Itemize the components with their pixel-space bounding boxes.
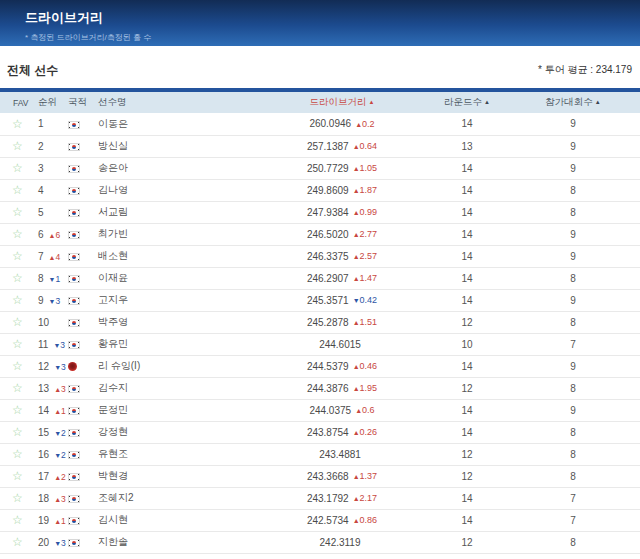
rank-value: 8 bbox=[38, 273, 44, 284]
flag-icon-korea bbox=[68, 319, 80, 327]
table-row: ☆ 6▲6 최가빈 246.5020▲2.77 14 9 bbox=[0, 223, 640, 245]
rounds-value: 14 bbox=[428, 245, 506, 267]
distance-value: 243.4881 bbox=[319, 449, 361, 460]
table-row: ☆ 18▲3 조혜지2 243.1792▲2.17 14 7 bbox=[0, 487, 640, 509]
distance-change: ▲0.64 bbox=[353, 141, 377, 151]
player-name-link[interactable]: 배소현 bbox=[90, 245, 256, 267]
events-value: 8 bbox=[506, 267, 640, 289]
favorite-star-icon[interactable]: ☆ bbox=[12, 117, 23, 131]
player-name-link[interactable]: 김수지 bbox=[90, 377, 256, 399]
flag-icon-korea bbox=[68, 429, 80, 437]
favorite-star-icon[interactable]: ☆ bbox=[12, 293, 23, 307]
table-row: ☆ 7▲4 배소현 246.3375▲2.57 14 9 bbox=[0, 245, 640, 267]
rounds-value: 14 bbox=[428, 421, 506, 443]
player-name-link[interactable]: 강정현 bbox=[90, 421, 256, 443]
rank-change: ▼3 bbox=[54, 362, 66, 372]
player-name-link[interactable]: 유현조 bbox=[90, 443, 256, 465]
sort-arrow-icon: ▲ bbox=[595, 99, 601, 105]
tour-average-label: * 투어 평균 : 234.179 bbox=[538, 63, 632, 77]
favorite-star-icon[interactable]: ☆ bbox=[12, 469, 23, 483]
distance-change: ▲0.2 bbox=[355, 119, 374, 129]
flag-icon-korea bbox=[68, 495, 80, 503]
table-row: ☆ 13▲3 김수지 244.3876▲1.95 12 8 bbox=[0, 377, 640, 399]
favorite-star-icon[interactable]: ☆ bbox=[12, 183, 23, 197]
player-name-link[interactable]: 지한솔 bbox=[90, 531, 256, 553]
column-header-rank: 순위 bbox=[32, 92, 68, 113]
player-name-link[interactable]: 방신실 bbox=[90, 135, 256, 157]
sort-arrow-icon: ▲ bbox=[369, 99, 375, 105]
favorite-star-icon[interactable]: ☆ bbox=[12, 249, 23, 263]
events-value: 8 bbox=[506, 443, 640, 465]
favorite-star-icon[interactable]: ☆ bbox=[12, 535, 23, 549]
distance-value: 250.7729 bbox=[307, 163, 349, 174]
favorite-star-icon[interactable]: ☆ bbox=[12, 403, 23, 417]
table-row: ☆ 15▼2 강정현 243.8754▲0.26 14 8 bbox=[0, 421, 640, 443]
flag-icon-korea bbox=[68, 341, 80, 349]
rank-change: ▼2 bbox=[54, 450, 66, 460]
rounds-value: 14 bbox=[428, 179, 506, 201]
rank-value: 1 bbox=[38, 118, 44, 129]
player-name-link[interactable]: 김나영 bbox=[90, 179, 256, 201]
events-value: 7 bbox=[506, 333, 640, 355]
player-name-link[interactable]: 문정민 bbox=[90, 399, 256, 421]
player-name-link[interactable]: 이재윤 bbox=[90, 267, 256, 289]
favorite-star-icon[interactable]: ☆ bbox=[12, 337, 23, 351]
rank-value: 18 bbox=[38, 493, 49, 504]
player-name-link[interactable]: 리 슈잉(I) bbox=[90, 355, 256, 377]
favorite-star-icon[interactable]: ☆ bbox=[12, 513, 23, 527]
flag-icon-korea bbox=[68, 253, 80, 261]
favorite-star-icon[interactable]: ☆ bbox=[12, 425, 23, 439]
favorite-star-icon[interactable]: ☆ bbox=[12, 161, 23, 175]
favorite-star-icon[interactable]: ☆ bbox=[12, 139, 23, 153]
rank-change: ▼2 bbox=[54, 428, 66, 438]
events-value: 8 bbox=[506, 179, 640, 201]
player-name-link[interactable]: 최가빈 bbox=[90, 223, 256, 245]
column-header-events-sort[interactable]: 참가대회수▲ bbox=[506, 92, 640, 113]
rounds-value: 14 bbox=[428, 201, 506, 223]
rank-value: 5 bbox=[38, 207, 44, 218]
player-name-link[interactable]: 김시현 bbox=[90, 509, 256, 531]
favorite-star-icon[interactable]: ☆ bbox=[12, 315, 23, 329]
player-name-link[interactable]: 황유민 bbox=[90, 333, 256, 355]
player-name-link[interactable]: 박현경 bbox=[90, 465, 256, 487]
distance-value: 245.3571 bbox=[307, 295, 349, 306]
player-name-link[interactable]: 조혜지2 bbox=[90, 487, 256, 509]
favorite-star-icon[interactable]: ☆ bbox=[12, 381, 23, 395]
section-bar: 전체 선수 * 투어 평균 : 234.179 bbox=[0, 46, 640, 88]
rank-value: 16 bbox=[38, 449, 49, 460]
favorite-star-icon[interactable]: ☆ bbox=[12, 447, 23, 461]
page-title: 드라이브거리 bbox=[25, 9, 640, 27]
player-name-link[interactable]: 고지우 bbox=[90, 289, 256, 311]
distance-value: 242.3119 bbox=[320, 537, 361, 548]
distance-value: 244.0375 bbox=[309, 405, 351, 416]
player-name-link[interactable]: 이동은 bbox=[90, 113, 256, 135]
player-name-link[interactable]: 박주영 bbox=[90, 311, 256, 333]
flag-icon-korea bbox=[68, 275, 80, 283]
events-value: 9 bbox=[506, 289, 640, 311]
events-value: 9 bbox=[506, 355, 640, 377]
rounds-value: 13 bbox=[428, 135, 506, 157]
events-value: 8 bbox=[506, 311, 640, 333]
distance-value: 244.5379 bbox=[307, 361, 349, 372]
column-header-rounds-sort[interactable]: 라운드수▲ bbox=[428, 92, 506, 113]
player-name-link[interactable]: 송은아 bbox=[90, 157, 256, 179]
table-row: ☆ 11▼3 황유민 244.6015 10 7 bbox=[0, 333, 640, 355]
favorite-star-icon[interactable]: ☆ bbox=[12, 359, 23, 373]
events-value: 8 bbox=[506, 201, 640, 223]
rounds-value: 14 bbox=[428, 399, 506, 421]
table-row: ☆ 20▼3 지한솔 242.3119 12 8 bbox=[0, 531, 640, 553]
favorite-star-icon[interactable]: ☆ bbox=[12, 227, 23, 241]
distance-value: 249.8609 bbox=[307, 185, 349, 196]
favorite-star-icon[interactable]: ☆ bbox=[12, 271, 23, 285]
favorite-star-icon[interactable]: ☆ bbox=[12, 491, 23, 505]
rounds-value: 14 bbox=[428, 113, 506, 135]
rounds-value: 14 bbox=[428, 509, 506, 531]
favorite-star-icon[interactable]: ☆ bbox=[12, 205, 23, 219]
rank-change: ▲3 bbox=[54, 384, 66, 394]
player-name-link[interactable]: 서교림 bbox=[90, 201, 256, 223]
rounds-value: 10 bbox=[428, 333, 506, 355]
flag-icon-china bbox=[68, 362, 77, 371]
column-header-distance-sort[interactable]: 드라이브거리▲ bbox=[256, 92, 428, 113]
distance-value: 257.1387 bbox=[307, 141, 349, 152]
rank-value: 19 bbox=[38, 515, 49, 526]
